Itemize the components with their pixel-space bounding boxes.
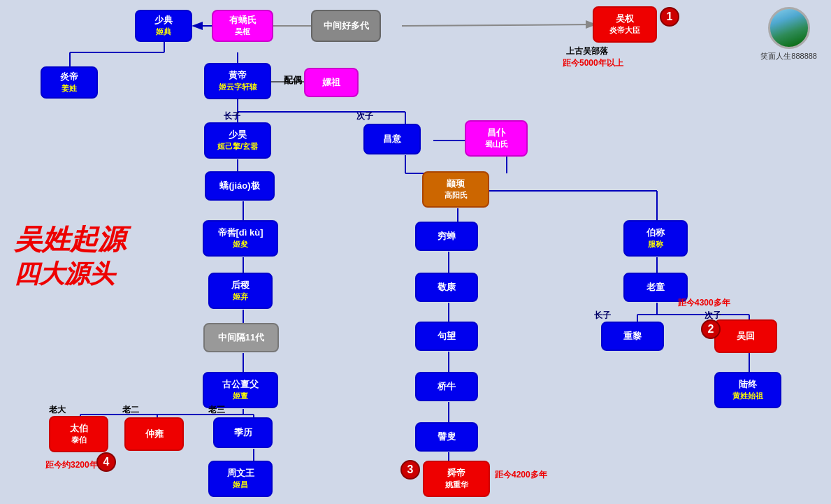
- node-huangdi: 黄帝 姬云字轩辕: [204, 63, 271, 99]
- badge-4: 4: [96, 452, 116, 472]
- node-taibo: 太伯 泰伯: [49, 416, 108, 452]
- node-wuhui: 吴回: [714, 319, 777, 353]
- label-laosan: 老三: [208, 404, 225, 416]
- avatar-name: 笑面人生888888: [760, 51, 817, 62]
- node-jingkang: 敬康: [415, 273, 478, 302]
- node-huangdi-line2: 姬云字轩辕: [219, 82, 257, 92]
- node-goumang: 句望: [415, 322, 478, 351]
- label-laoer: 老二: [122, 404, 139, 416]
- node-wuquan-line1: 吴权: [616, 13, 634, 25]
- node-luzh-line2: 黄姓始祖: [732, 391, 763, 401]
- annotation-dist4200: 距今4200多年: [495, 469, 547, 481]
- label-laoda: 老大: [49, 404, 66, 416]
- node-zhuanxu-line1: 颛顼: [447, 178, 465, 190]
- node-wuhui-line1: 吴回: [737, 331, 755, 343]
- node-leizu-line1: 嫘祖: [322, 77, 340, 89]
- node-yandi-line1: 炎帝: [60, 71, 78, 83]
- node-wuquan: 吴权 炎帝大臣: [593, 6, 657, 43]
- node-changyi: 昌意: [363, 124, 421, 154]
- node-qiongchan-line1: 穷蝉: [438, 231, 456, 243]
- node-qiaoniou-line1: 桥牛: [438, 381, 456, 393]
- node-shaohao-line1: 少昊: [229, 129, 247, 141]
- node-jiaoji-line1: 蟜(jiáo)极: [219, 180, 259, 192]
- node-zhonglei-line1: 重黎: [623, 331, 642, 343]
- node-jili: 季历: [213, 417, 273, 448]
- node-bocheng-line1: 伯称: [646, 227, 665, 239]
- node-zhouwenwang: 周文王 姬昌: [208, 461, 273, 497]
- node-pisan: 譬叟: [415, 422, 478, 452]
- node-houji-line2: 姬弃: [233, 291, 248, 301]
- node-zhongjian1-line1: 中间好多代: [324, 20, 369, 32]
- node-goumang-line1: 句望: [438, 331, 456, 343]
- node-shaohao-line2: 姬己擎/玄嚣: [217, 141, 258, 151]
- node-shaodian-line1: 少典: [154, 15, 173, 27]
- node-wuquan-line2: 炎帝大臣: [609, 25, 640, 35]
- node-changpu-line1: 昌仆: [487, 127, 505, 139]
- annotation-dist4300: 距今4300多年: [678, 297, 730, 309]
- node-shaodian: 少典 姬典: [135, 10, 192, 42]
- node-qiongchan: 穷蝉: [415, 222, 478, 251]
- node-changpu: 昌仆 蜀山氏: [465, 120, 528, 157]
- node-youjiaoshi-line2: 吴枢: [235, 27, 250, 36]
- node-huangdi-line1: 黄帝: [229, 70, 247, 82]
- node-luzh-line1: 陆终: [739, 379, 757, 391]
- node-changyi-line1: 昌意: [383, 134, 401, 145]
- node-zhuanxu-line2: 高阳氏: [445, 190, 468, 200]
- node-changpu-line2: 蜀山氏: [485, 139, 508, 149]
- node-zhongyong: 仲雍: [124, 417, 184, 451]
- badge-2: 2: [701, 319, 721, 339]
- node-zhongjian11: 中间隔11代: [203, 323, 279, 352]
- node-jiaoji: 蟜(jiáo)极: [205, 171, 275, 201]
- node-zhongjian11-line1: 中间隔11代: [218, 332, 264, 344]
- node-taibo-line1: 太伯: [70, 423, 88, 435]
- node-zhongyong-line1: 仲雍: [145, 429, 164, 440]
- node-houji: 后稷 姬弃: [208, 273, 273, 309]
- annotation-shanggu: 上古吴部落: [566, 45, 608, 57]
- node-youjiaoshi-line1: 有蟜氏: [229, 15, 256, 27]
- diagram-container: 吴姓起源 四大源头 少典 姬典 有蟜氏 吴枢 中间好多代 吴权 炎帝大臣 炎帝 …: [0, 0, 831, 504]
- node-zhongjian1: 中间好多代: [311, 10, 381, 42]
- node-laotong-line1: 老童: [646, 282, 665, 294]
- label-changzi2: 长子: [594, 310, 611, 322]
- node-shundi: 舜帝 姚重华: [423, 461, 490, 497]
- node-luzh: 陆终 黄姓始祖: [714, 372, 781, 408]
- node-shaohao: 少昊 姬己擎/玄嚣: [204, 122, 271, 159]
- node-jili-line1: 季历: [234, 427, 252, 439]
- badge-3: 3: [400, 460, 420, 480]
- node-diku-line2: 姬夋: [233, 239, 248, 249]
- node-shundi-line2: 姚重华: [445, 480, 468, 489]
- node-zhouwenwang-line2: 姬昌: [233, 480, 248, 489]
- node-bocheng-line2: 服称: [648, 239, 663, 249]
- node-zhouwenwang-line1: 周文王: [227, 468, 254, 480]
- node-pisan-line1: 譬叟: [438, 431, 456, 443]
- node-shundi-line1: 舜帝: [447, 468, 465, 480]
- node-qiaoniou: 桥牛: [415, 372, 478, 401]
- label-cizi: 次子: [356, 110, 373, 122]
- label-changzi: 长子: [224, 110, 240, 122]
- node-gugong-line2: 姬亶: [233, 391, 248, 401]
- avatar-image: [768, 7, 810, 49]
- node-houji-line1: 后稷: [231, 280, 250, 291]
- annotation-dist5000: 距今5000年以上: [563, 57, 623, 69]
- node-gugong-line1: 古公亶父: [222, 379, 259, 391]
- node-zhonglei: 重黎: [601, 322, 664, 351]
- node-gugong: 古公亶父 姬亶: [203, 372, 278, 408]
- node-shaodian-line2: 姬典: [156, 27, 171, 36]
- node-youjiaoshi: 有蟜氏 吴枢: [212, 10, 273, 42]
- node-bocheng: 伯称 服称: [623, 220, 688, 257]
- label-peiwu: 配偶: [284, 74, 302, 87]
- node-zhuanxu: 颛顼 高阳氏: [422, 171, 489, 208]
- svg-line-2: [402, 24, 594, 26]
- node-diku: 帝喾[dì kù] 姬夋: [203, 220, 278, 257]
- node-diku-line1: 帝喾[dì kù]: [218, 227, 263, 239]
- title-line2: 四大源头: [14, 257, 115, 291]
- node-yandi-line2: 姜姓: [62, 83, 77, 93]
- avatar-area: 笑面人生888888: [760, 7, 817, 62]
- title-line1: 吴姓起源: [14, 220, 126, 259]
- node-jingkang-line1: 敬康: [438, 282, 456, 294]
- node-leizu: 嫘祖: [304, 68, 359, 97]
- badge-1: 1: [660, 7, 679, 27]
- node-taibo-line2: 泰伯: [71, 435, 87, 445]
- node-yandi: 炎帝 姜姓: [41, 66, 98, 99]
